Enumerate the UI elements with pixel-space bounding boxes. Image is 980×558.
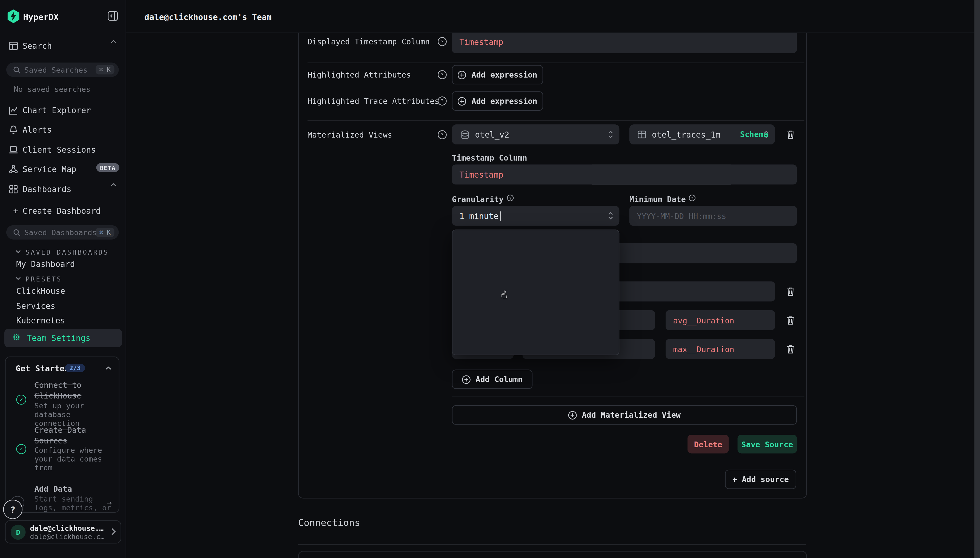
info-circle-icon[interactable]: ? xyxy=(689,195,696,202)
circle-plus-icon xyxy=(462,375,471,384)
sidebar-item-create-dashboard[interactable]: + Create Dashboard xyxy=(0,202,126,220)
help-circle-icon[interactable]: ? xyxy=(437,130,447,140)
sidebar-item-team-settings[interactable]: ⚙ Team Settings xyxy=(4,329,122,347)
sidebar-item-label: Create Dashboard xyxy=(23,206,101,215)
get-started-title: Get Started xyxy=(16,364,69,373)
plus-icon: + xyxy=(13,206,18,216)
get-started-step-desc: Start sending xyxy=(34,495,93,504)
mv-timestamp-input[interactable]: Timestamp xyxy=(452,164,797,184)
gear-icon: ⚙ xyxy=(13,333,21,341)
materialized-views-label: Materialized Views xyxy=(308,130,392,140)
get-started-step-title[interactable]: ClickHouse xyxy=(34,391,82,400)
add-column-label: Add Column xyxy=(476,375,523,384)
app-window: Timestamp Displayed Timestamp Column ? H… xyxy=(0,0,980,558)
scrollbar[interactable] xyxy=(974,0,980,558)
svg-text:?: ? xyxy=(441,132,444,138)
sidebar-item-dashboards[interactable]: Dashboards xyxy=(0,180,126,198)
minimum-date-placeholder: YYYY-MM-DD HH:mm:ss xyxy=(637,211,726,220)
progress-badge: 2/3 xyxy=(65,364,85,372)
database-icon xyxy=(461,130,470,139)
get-started-step-desc: your data comes xyxy=(34,455,102,463)
mv-table-value: otel_traces_1m xyxy=(652,130,720,139)
saved-dashboards-section-label[interactable]: SAVED DASHBOARDS xyxy=(26,248,109,256)
sidebar-item-services[interactable]: Services xyxy=(16,302,55,311)
help-circle-icon[interactable]: ? xyxy=(437,70,447,79)
check-circle-icon: ✓ xyxy=(16,395,26,405)
add-materialized-view-label: Add Materialized View xyxy=(582,410,681,420)
sidebar-item-service-map[interactable]: Service Map BETA xyxy=(0,160,126,177)
help-circle-icon[interactable]: ? xyxy=(437,37,447,46)
column-alias-input[interactable]: avg__Duration xyxy=(666,310,775,330)
column-alias-value: avg__Duration xyxy=(673,315,734,325)
avatar: D xyxy=(11,525,26,540)
help-circle-icon[interactable]: ? xyxy=(437,96,447,105)
add-expression-button[interactable]: Add expression xyxy=(452,65,543,84)
sidebar-item-label: Service Map xyxy=(23,164,76,174)
minimum-date-input[interactable]: YYYY-MM-DD HH:mm:ss xyxy=(630,206,797,226)
add-source-button[interactable]: + Add source xyxy=(725,470,796,489)
saved-dashboards-input[interactable]: Saved Dashboards ⌘ K xyxy=(6,225,119,239)
trash-icon[interactable] xyxy=(785,315,796,326)
sidebar-item-label: Chart Explorer xyxy=(23,105,91,115)
chevron-up-icon[interactable] xyxy=(110,182,117,187)
sidebar-item-search[interactable]: Search xyxy=(0,37,126,54)
get-started-step-title[interactable]: Create Data xyxy=(34,425,86,435)
chevron-up-icon[interactable] xyxy=(110,39,117,44)
saved-dashboards-placeholder: Saved Dashboards xyxy=(25,228,97,237)
connections-heading: Connections xyxy=(298,517,360,528)
info-circle-icon[interactable]: ? xyxy=(507,195,514,202)
displayed-timestamp-value: Timestamp xyxy=(459,37,504,47)
get-started-step-desc: traces xyxy=(34,512,62,513)
user-menu[interactable]: D dale@clickhouse.… dale@clickhouse.c… xyxy=(5,520,121,543)
presets-section-label[interactable]: PRESETS xyxy=(26,275,62,282)
keyboard-shortcut: ⌘ K xyxy=(96,65,115,74)
sidebar-item-alerts[interactable]: Alerts xyxy=(0,121,126,138)
sidebar-item-chart-explorer[interactable]: Chart Explorer xyxy=(0,102,126,119)
connections-card xyxy=(298,551,807,558)
mv-view-select[interactable]: otel_v2 xyxy=(452,125,620,144)
sidebar-item-my-dashboard[interactable]: My Dashboard xyxy=(16,259,75,269)
add-expression-button[interactable]: Add expression xyxy=(452,91,543,111)
trash-icon[interactable] xyxy=(785,344,796,354)
get-started-step-title[interactable]: Add Data xyxy=(34,484,72,493)
help-button[interactable]: ? xyxy=(3,500,23,519)
saved-searches-placeholder: Saved Searches xyxy=(25,65,88,74)
get-started-step-title[interactable]: Connect to xyxy=(34,380,82,389)
save-source-button[interactable]: Save Source xyxy=(738,435,797,453)
column-alias-value: max__Duration xyxy=(673,344,734,354)
user-name: dale@clickhouse.… xyxy=(30,524,104,533)
chevron-up-icon[interactable] xyxy=(105,366,112,371)
sidebar-item-label: Team Settings xyxy=(27,333,90,343)
column-alias-input[interactable]: max__Duration xyxy=(666,339,775,359)
add-source-label: + Add source xyxy=(732,475,789,484)
sidebar-item-label: Search xyxy=(23,41,52,50)
granularity-select[interactable]: 1 minute xyxy=(452,206,620,226)
trash-icon[interactable] xyxy=(785,286,796,297)
sidebar-item-kubernetes[interactable]: Kubernetes xyxy=(16,316,65,325)
collapse-sidebar-icon[interactable] xyxy=(107,11,118,21)
delete-button[interactable]: Delete xyxy=(687,435,729,453)
get-started-step-desc: logs, metrics, or xyxy=(34,504,111,512)
titlebar: dale@clickhouse.com's Team xyxy=(126,0,980,33)
get-started-step-desc: from xyxy=(34,463,52,472)
get-started-step-title[interactable]: Sources xyxy=(34,436,67,445)
schema-link[interactable]: Schema xyxy=(740,130,768,139)
page-title: dale@clickhouse.com's Team xyxy=(144,13,272,22)
displayed-timestamp-input[interactable]: Timestamp xyxy=(452,31,797,53)
add-column-button[interactable]: Add Column xyxy=(452,370,532,389)
no-saved-searches-note: No saved searches xyxy=(14,85,90,94)
saved-searches-input[interactable]: Saved Searches ⌘ K xyxy=(6,62,119,77)
divider xyxy=(298,544,806,545)
scrollbar-thumb[interactable] xyxy=(974,0,980,558)
add-materialized-view-button[interactable]: Add Materialized View xyxy=(452,405,797,425)
svg-text:?: ? xyxy=(441,39,444,45)
sidebar-item-client-sessions[interactable]: Client Sessions xyxy=(0,141,126,158)
granularity-dropdown: 1 second 15 seconds 30 seconds ✓ 1 minut… xyxy=(452,230,620,355)
divider xyxy=(452,397,805,397)
sidebar-item-clickhouse[interactable]: ClickHouse xyxy=(16,286,65,296)
chevron-down-icon[interactable] xyxy=(15,249,21,254)
dashboards-grid-icon xyxy=(9,184,18,194)
chevron-down-icon[interactable] xyxy=(15,276,21,281)
divider xyxy=(308,62,805,63)
trash-icon[interactable] xyxy=(785,130,796,140)
